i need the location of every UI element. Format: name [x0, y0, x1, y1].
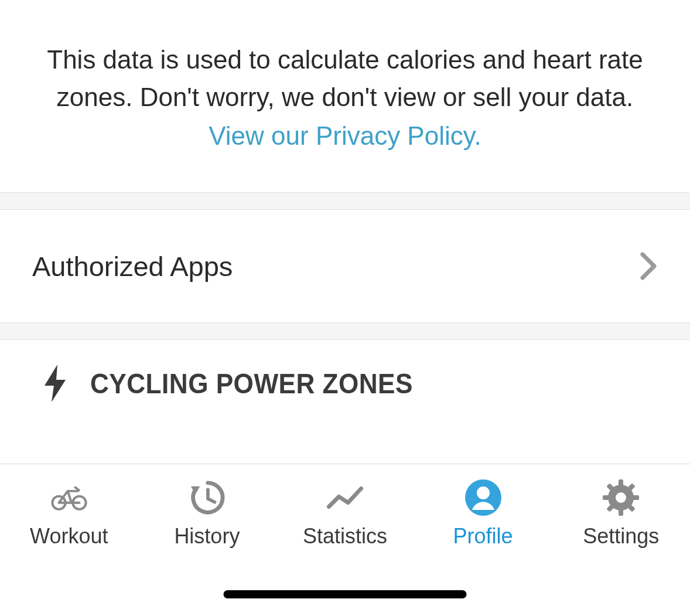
tab-workout[interactable]: Workout	[0, 479, 138, 549]
svg-point-5	[477, 486, 490, 499]
tab-profile[interactable]: Profile	[414, 479, 552, 549]
authorized-apps-label: Authorized Apps	[32, 250, 233, 283]
privacy-description: This data is used to calculate calories …	[47, 45, 643, 111]
svg-rect-9	[603, 495, 611, 500]
tab-label: Workout	[30, 524, 108, 549]
bicycle-icon	[51, 479, 87, 516]
chart-line-icon	[327, 479, 363, 516]
gear-icon	[603, 479, 639, 516]
home-indicator[interactable]	[224, 590, 467, 598]
tab-statistics[interactable]: Statistics	[276, 479, 414, 549]
privacy-info-block: This data is used to calculate calories …	[0, 0, 690, 192]
tab-settings[interactable]: Settings	[552, 479, 690, 549]
svg-rect-10	[631, 495, 639, 500]
tab-history[interactable]: History	[138, 479, 276, 549]
chevron-right-icon	[640, 252, 658, 280]
authorized-apps-row[interactable]: Authorized Apps	[0, 210, 690, 322]
svg-marker-0	[45, 365, 66, 402]
section-divider	[0, 322, 690, 340]
tab-bar: Workout History Statistics	[0, 464, 690, 616]
privacy-policy-link[interactable]: View our Privacy Policy.	[35, 117, 655, 155]
svg-rect-7	[619, 479, 623, 488]
tab-label: Settings	[583, 524, 659, 549]
profile-icon	[465, 479, 501, 516]
cycling-power-zones-header: CYCLING POWER ZONES	[0, 340, 690, 420]
history-icon	[189, 479, 225, 516]
tab-label: Statistics	[303, 524, 387, 549]
cycling-power-zones-title: CYCLING POWER ZONES	[90, 367, 413, 400]
svg-point-15	[616, 492, 626, 503]
tab-label: History	[174, 524, 240, 549]
svg-rect-8	[619, 508, 623, 516]
tab-label: Profile	[453, 524, 513, 549]
section-divider	[0, 192, 690, 210]
bolt-icon	[43, 365, 67, 402]
